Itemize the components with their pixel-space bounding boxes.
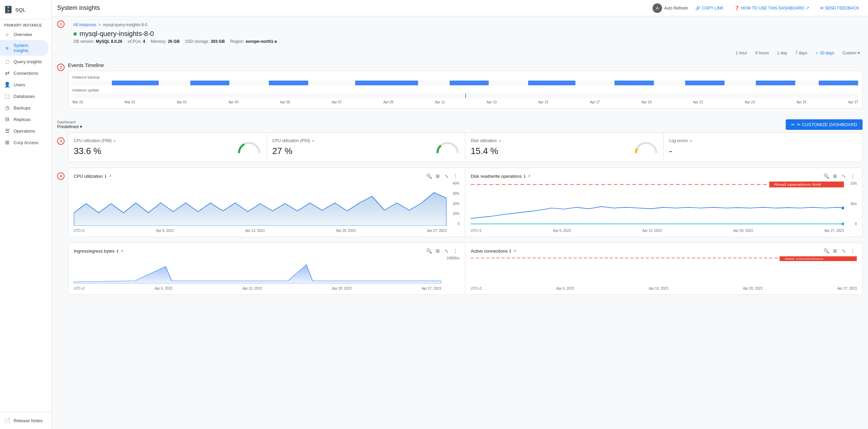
step-marker-1: 1: [57, 20, 65, 28]
disk-chart-actions: 🔍 ⊞ ⤡ ⋮: [822, 172, 857, 180]
sidebar-item-replicas[interactable]: ⊟ Replicas: [0, 114, 49, 125]
dashboard-select[interactable]: Predefined ▾: [57, 124, 82, 129]
dashboard-selector: Dashboard Predefined ▾: [57, 120, 82, 129]
disk-zoom-button[interactable]: 🔍: [822, 172, 830, 180]
how-to-use-button[interactable]: ❓ HOW TO USE THIS DASHBOARD ↗: [731, 4, 813, 13]
sidebar-section-label: PRIMARY INSTANCE: [0, 19, 51, 29]
cpu-expand-button[interactable]: ⤡: [442, 172, 451, 180]
disk-gauge: [634, 140, 658, 154]
sidebar-item-connections[interactable]: ⇄ Connections: [0, 67, 49, 79]
vcpus: vCPUs: 4: [128, 39, 145, 44]
metric-card-disk: Disk utilization ↗ 15.4 %: [465, 133, 664, 162]
time-range-7days[interactable]: 7 days: [793, 49, 810, 57]
ingress-y-100kb: 100KB/s: [447, 256, 459, 260]
chart-panel-disk: Disk read/write operations ℹ ↗ 🔍 ⊞ ⤡ ⋮: [465, 168, 862, 237]
avatar: A: [653, 3, 662, 13]
sidebar-item-label: Operations: [14, 128, 35, 134]
disk-chart-link-icon: ↗: [527, 174, 531, 178]
time-range-6hours[interactable]: 6 hours: [753, 49, 772, 57]
topbar: System insights A Auto Refresh 🔗 COPY LI…: [52, 0, 868, 16]
ingress-chart-title: Ingress/egress bytes: [74, 248, 115, 254]
breadcrumb-separator: >: [98, 22, 101, 27]
dashboard-header: Dashboard Predefined ▾ ✏ ✏ CUSTOMIZE DAS…: [52, 117, 868, 133]
sidebar-item-label: Backups: [14, 105, 31, 110]
replicas-icon: ⊟: [4, 116, 10, 122]
sidebar-item-users[interactable]: 👤 Users: [0, 79, 49, 90]
cpu-chart-title-row: CPU utilization ℹ ↗: [74, 174, 111, 179]
breadcrumb-all-instances[interactable]: All instances: [73, 22, 96, 27]
svg-point-4: [841, 207, 844, 210]
backup-bar-9: [756, 81, 795, 85]
sidebar-item-label: Corp Access: [14, 140, 38, 145]
ingress-chart-svg: [74, 256, 441, 284]
sidebar-item-operations[interactable]: ☰ Operations: [0, 125, 49, 137]
auto-refresh-label: Auto Refresh: [664, 6, 688, 11]
time-range-1day[interactable]: 1 day: [775, 49, 790, 57]
sidebar-item-databases[interactable]: ⬚ Databases: [0, 90, 49, 102]
time-range-1hour[interactable]: 1 hour: [733, 49, 750, 57]
backup-bar-5: [450, 81, 489, 85]
disk-y-5k: 5k/s: [845, 202, 857, 206]
instance-header: mysql-query-insights-8-0 DB version: MyS…: [68, 29, 863, 47]
memory: Memory: 26 GB: [151, 39, 179, 44]
backup-row-label: Instance backup: [72, 75, 858, 79]
disk-expand-button[interactable]: ⤡: [840, 172, 848, 180]
time-range-30days[interactable]: ✓ 30 days: [813, 49, 837, 57]
backup-bar-7: [614, 81, 654, 85]
connections-chart-link-icon: ↗: [513, 249, 516, 253]
chart-link-icon-4: ↗: [689, 139, 692, 143]
sidebar-item-query-insights[interactable]: ◌ Query insights: [0, 56, 49, 67]
disk-chart-svg: Read operations limit: [471, 182, 844, 226]
cpu-p99-title: CPU utilization (P99): [74, 138, 111, 143]
ssd-storage: SSD storage: 303 GB: [185, 39, 225, 44]
cpu-chart-actions: 🔍 ⊞ ⤡ ⋮: [425, 172, 459, 180]
sidebar-item-label: Users: [14, 82, 25, 87]
sidebar-item-label: Databases: [14, 94, 35, 99]
connections-expand-button[interactable]: ⤡: [840, 247, 848, 255]
ingress-chart-actions: 🔍 ⊞ ⤡ ⋮: [425, 247, 459, 255]
ingress-filter-button[interactable]: ⊞: [434, 247, 442, 255]
connections-filter-button[interactable]: ⊞: [831, 247, 839, 255]
backup-bar-3: [269, 81, 308, 85]
cpu-chart-title: CPU utilization: [74, 174, 103, 179]
cpu-y-0: 0: [448, 222, 459, 226]
cpu-more-button[interactable]: ⋮: [451, 172, 459, 180]
cpu-chart-svg: [74, 182, 447, 226]
cpu-chart-area: 40% 30% 20% 10% 0: [74, 182, 459, 233]
sidebar-item-corp-access[interactable]: ⊞ Corp Access: [0, 137, 49, 148]
sidebar-item-overview[interactable]: ○ Overview: [0, 29, 49, 40]
metric-card-cpu-p99: CPU utilization (P99) ↗ 33.6 %: [68, 133, 267, 162]
timeline-backup-row: Instance backup: [72, 75, 858, 85]
connections-chart-area: Max connections UTC+2 Apr 6, 2023 Apr 13…: [471, 256, 857, 290]
auto-refresh: A Auto Refresh: [653, 3, 688, 13]
main-scrollable-content: 1 All instances > mysql-query-insights-8…: [52, 16, 868, 429]
disk-value: 15.4 %: [471, 146, 658, 156]
disk-more-button[interactable]: ⋮: [849, 172, 857, 180]
copy-link-button[interactable]: 🔗 COPY LINK: [692, 4, 727, 13]
chart-link-icon-2: ↗: [311, 139, 314, 143]
send-feedback-button[interactable]: ✉ SEND FEEDBACK: [817, 4, 863, 13]
connections-chart-title: Active connections: [471, 248, 507, 254]
ingress-zoom-button[interactable]: 🔍: [425, 247, 433, 255]
customize-dashboard-button[interactable]: ✏ ✏ CUSTOMIZE DASHBOARD: [786, 119, 863, 130]
sidebar-item-label: Overview: [14, 32, 32, 37]
time-range-custom[interactable]: Custom ▾: [840, 49, 863, 57]
corp-access-icon: ⊞: [4, 139, 10, 145]
sidebar-item-release-notes[interactable]: 📄 Release Notes: [0, 415, 49, 426]
ingress-expand-button[interactable]: ⤡: [442, 247, 451, 255]
sidebar-item-backups[interactable]: ◷ Backups: [0, 102, 49, 114]
cpu-y-40: 40%: [448, 182, 459, 185]
cpu-zoom-button[interactable]: 🔍: [425, 172, 433, 180]
connections-more-button[interactable]: ⋮: [849, 247, 857, 255]
charts-top-row: CPU utilization ℹ ↗ 🔍 ⊞ ⤡ ⋮: [68, 168, 863, 237]
connections-zoom-button[interactable]: 🔍: [822, 247, 830, 255]
ingress-more-button[interactable]: ⋮: [451, 247, 459, 255]
cpu-filter-button[interactable]: ⊞: [434, 172, 442, 180]
cpu-p50-title: CPU utilization (P50): [272, 138, 310, 143]
sidebar-item-system-insights[interactable]: ≡ System insights: [0, 40, 49, 56]
region: Region: europe-north1-a: [230, 39, 277, 44]
metric-card-log-errors: Log errors ↗ -: [664, 133, 862, 162]
topbar-actions: A Auto Refresh 🔗 COPY LINK ❓ HOW TO USE …: [653, 3, 863, 13]
disk-x-labels: UTC+2 Apr 6, 2023 Apr 13, 2023 Apr 20, 2…: [471, 229, 844, 233]
disk-filter-button[interactable]: ⊞: [831, 172, 839, 180]
